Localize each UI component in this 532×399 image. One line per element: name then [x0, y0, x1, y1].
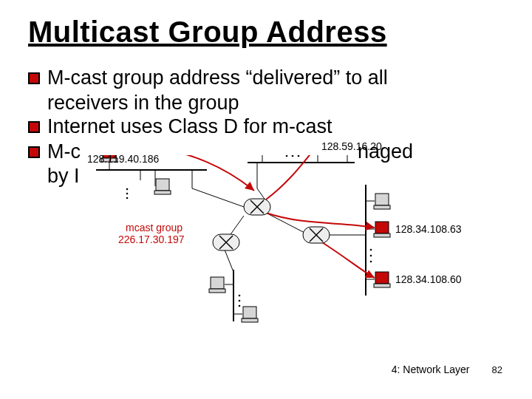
diagram-ip-label: 128.119.40.186: [87, 153, 159, 165]
svg-point-20: [286, 155, 288, 157]
bullet-text: Internet uses Class D for m-cast: [47, 115, 504, 139]
svg-point-14: [126, 188, 129, 191]
svg-line-38: [266, 213, 309, 235]
diagram-ip-label: 128.59.16.20: [321, 140, 382, 152]
mcast-group-label-line2: 226.17.30.197: [118, 233, 185, 245]
slide: Multicast Group Address M-cast group add…: [0, 0, 532, 399]
svg-point-33: [239, 305, 241, 307]
bullet-marker-icon: [28, 121, 41, 134]
svg-point-31: [239, 295, 241, 297]
footer-section: 4: Network Layer: [392, 364, 470, 375]
svg-point-27: [370, 255, 372, 257]
svg-line-36: [192, 188, 244, 207]
svg-point-28: [370, 261, 372, 263]
bullet-item: M-cast group address “delivered” to all: [28, 66, 504, 90]
footer-page-number: 82: [492, 364, 502, 375]
page-title: Multicast Group Address: [28, 16, 504, 47]
multicast-diagram: 128.119.40.186 128.59.16.20 128.34.108.6…: [74, 155, 414, 325]
bullet-marker-icon: [28, 146, 41, 160]
bullet-item: Internet uses Class D for m-cast: [28, 115, 504, 139]
svg-point-22: [298, 155, 300, 157]
svg-point-15: [126, 193, 129, 195]
diagram-ip-label: 128.34.108.63: [395, 223, 462, 235]
svg-point-16: [126, 197, 129, 200]
mcast-group-label-line1: mcast group: [126, 222, 183, 233]
svg-line-41: [225, 250, 233, 272]
svg-point-32: [239, 300, 241, 302]
bullet-marker-icon: [28, 72, 41, 86]
slide-footer: 4: Network Layer 82: [392, 364, 502, 375]
bullet-continuation: receivers in the group: [47, 92, 504, 115]
bullet-text: M-cast group address “delivered” to all: [47, 66, 504, 90]
svg-point-21: [292, 155, 294, 157]
svg-line-40: [229, 216, 244, 236]
svg-point-26: [370, 249, 372, 251]
diagram-ip-label: 128.34.108.60: [395, 273, 462, 285]
